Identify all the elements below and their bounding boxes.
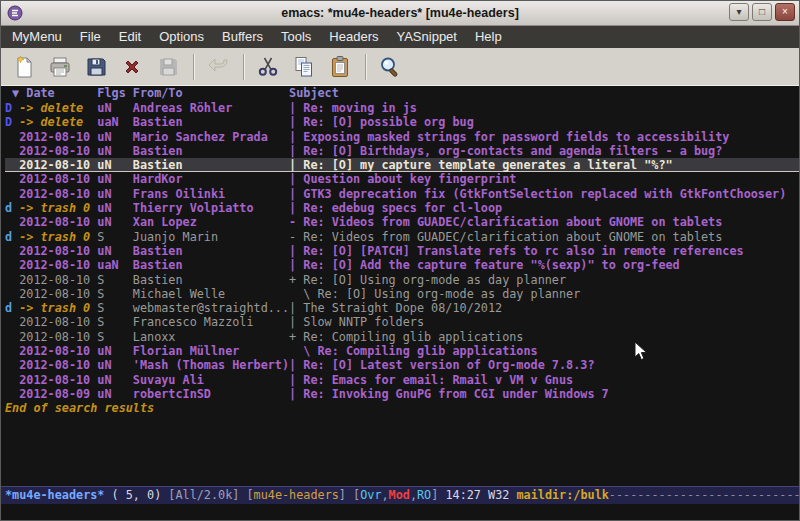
menu-item-buffers[interactable]: Buffers <box>213 26 272 48</box>
modeline-plain: 14:27 <box>445 488 488 502</box>
print-button[interactable] <box>43 52 77 82</box>
message-from: Lanoxx <box>133 330 289 344</box>
menu-item-options[interactable]: Options <box>150 26 213 48</box>
save-as-icon <box>156 55 180 79</box>
message-subject: | GTK3 deprecation fix (GtkFontSelection… <box>289 187 786 201</box>
message-row[interactable]: D-> deleteuaNBastien| Re: [O] possible o… <box>5 115 799 129</box>
message-date: -> delete <box>19 115 97 129</box>
message-row[interactable]: 2012-08-10uNMario Sanchez Prada| Exposin… <box>5 130 799 144</box>
paste-button[interactable] <box>323 52 357 82</box>
message-row[interactable]: 2012-08-10uNBastien| Re: [O] Birthdays, … <box>5 144 799 158</box>
new-file-icon <box>12 55 36 79</box>
message-mark <box>5 315 19 329</box>
minimize-button[interactable]: ▾ <box>729 3 749 21</box>
modeline-dim: ] <box>339 488 353 502</box>
message-from: Xan Lopez <box>133 215 289 229</box>
toolbar-separator <box>243 54 245 80</box>
message-flags: uN <box>97 144 133 158</box>
modeline-mode: mu4e-headers <box>254 488 339 502</box>
message-date: 2012-08-10 <box>19 187 97 201</box>
message-flags: S <box>97 287 133 301</box>
copy-button[interactable] <box>287 52 321 82</box>
message-from: Michael Welle <box>133 287 289 301</box>
message-row[interactable]: 2012-08-10uaNBastien| Re: [O] Add the ca… <box>5 258 799 272</box>
message-row[interactable]: 2012-08-10uNXan Lopez- Re: Videos from G… <box>5 215 799 229</box>
message-flags: uN <box>97 344 133 358</box>
message-flags: uaN <box>97 115 133 129</box>
message-from: Bastien <box>133 244 289 258</box>
message-flags: uN <box>97 130 133 144</box>
modeline-dashes: ----------------------------------------… <box>609 488 799 502</box>
message-row[interactable]: 2012-08-10uNFlorian Müllner \ Re: Compil… <box>5 344 799 358</box>
toolbar <box>1 48 799 86</box>
modeline-plain: W32 <box>488 488 516 502</box>
message-row[interactable]: 2012-08-10uNFrans Oilinki| GTK3 deprecat… <box>5 187 799 201</box>
message-row[interactable]: D-> deleteuNAndreas Röhler| Re: moving i… <box>5 101 799 115</box>
message-subject: | Re: [O] possible org bug <box>289 115 474 129</box>
message-flags: uN <box>97 373 133 387</box>
message-mark <box>5 172 19 186</box>
message-from: robertcInSD <box>133 387 289 401</box>
modeline-buffer: *mu4e-headers* <box>5 488 104 502</box>
maximize-button[interactable]: □ <box>752 3 772 21</box>
titlebar[interactable]: emacs: *mu4e-headers* [mu4e-headers] ▾ □… <box>1 1 799 26</box>
message-mark <box>5 358 19 372</box>
close-button[interactable] <box>115 52 149 82</box>
menu-item-mymenu[interactable]: MyMenu <box>3 26 71 48</box>
message-mark <box>5 187 19 201</box>
message-row[interactable]: 2012-08-10uNBastien| Re: [O] [PATCH] Tra… <box>5 244 799 258</box>
message-row[interactable]: 2012-08-10uNBastien| Re: [O] my capture … <box>5 158 799 172</box>
minibuffer[interactable] <box>1 504 799 520</box>
message-mark <box>5 344 19 358</box>
message-subject: | Re: moving in js <box>289 101 417 115</box>
menu-item-edit[interactable]: Edit <box>110 26 150 48</box>
message-from: Mario Sanchez Prada <box>133 130 289 144</box>
toolbar-separator <box>365 54 367 80</box>
search-button[interactable] <box>373 52 407 82</box>
message-mark <box>5 273 19 287</box>
paste-icon <box>328 55 352 79</box>
message-row[interactable]: 2012-08-10SMichael Welle \ Re: [O] Using… <box>5 287 799 301</box>
menu-item-headers[interactable]: Headers <box>320 26 387 48</box>
message-from: Suvayu Ali <box>133 373 289 387</box>
message-date: -> trash 0 <box>19 201 97 215</box>
window-title: emacs: *mu4e-headers* [mu4e-headers] <box>1 6 799 20</box>
menu-item-help[interactable]: Help <box>466 26 511 48</box>
message-subject: + Re: [O] Using org-mode as day planner <box>289 273 566 287</box>
message-flags: uN <box>97 158 133 172</box>
menu-item-yasnippet[interactable]: YASnippet <box>387 26 465 48</box>
message-row[interactable]: d-> trash 0uNThierry Volpiatto| Re: edeb… <box>5 201 799 215</box>
message-row[interactable]: d-> trash 0Swebmaster@straightd...| The … <box>5 301 799 315</box>
mode-line[interactable]: *mu4e-headers* ( 5, 0) [All/2.0k] [mu4e-… <box>1 486 799 504</box>
menu-item-file[interactable]: File <box>71 26 110 48</box>
message-flags: S <box>97 301 133 315</box>
message-row[interactable]: 2012-08-10SBastien+ Re: [O] Using org-mo… <box>5 273 799 287</box>
message-mark <box>5 158 19 172</box>
message-flags: uN <box>97 101 133 115</box>
close-button[interactable]: × <box>775 3 795 21</box>
new-file-button[interactable] <box>7 52 41 82</box>
message-row[interactable]: 2012-08-09uNrobertcInSD| Re: Invoking Gn… <box>5 387 799 401</box>
copy-icon <box>292 55 316 79</box>
message-subject: | Re: [O] Birthdays, org-contacts and ag… <box>289 144 722 158</box>
modeline-dim: , <box>410 488 417 502</box>
message-row[interactable]: 2012-08-10uNHardKor| Question about key … <box>5 172 799 186</box>
message-subject: \ Re: Compiling glib applications <box>289 344 538 358</box>
message-date: -> trash 0 <box>19 301 97 315</box>
message-row[interactable]: d-> trash 0SJuanjo Marin- Re: Videos fro… <box>5 230 799 244</box>
message-date: 2012-08-10 <box>19 144 97 158</box>
message-mark <box>5 373 19 387</box>
message-row[interactable]: 2012-08-10SFrancesco Mazzoli| Slow NNTP … <box>5 315 799 329</box>
message-row[interactable]: 2012-08-10uNSuvayu Ali| Re: Emacs for em… <box>5 373 799 387</box>
emacs-app-icon <box>7 5 23 21</box>
message-subject: | Exposing masked strings for password f… <box>289 130 729 144</box>
message-from: Bastien <box>133 158 289 172</box>
message-row[interactable]: 2012-08-10SLanoxx+ Re: Compiling glib ap… <box>5 330 799 344</box>
cut-button[interactable] <box>251 52 285 82</box>
menu-item-tools[interactable]: Tools <box>272 26 320 48</box>
message-subject: - Re: Videos from GUADEC/clarification a… <box>289 215 722 229</box>
modeline-dim: ] <box>431 488 445 502</box>
save-button[interactable] <box>79 52 113 82</box>
message-mark: d <box>5 301 19 315</box>
message-row[interactable]: 2012-08-10uN'Mash (Thomas Herbert)| Re: … <box>5 358 799 372</box>
